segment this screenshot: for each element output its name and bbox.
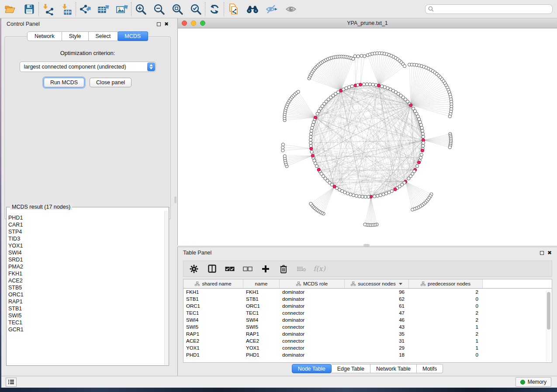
zoom-out-icon[interactable] xyxy=(152,3,166,16)
tab-network-table[interactable]: Network Table xyxy=(370,364,417,373)
memory-button[interactable]: Memory xyxy=(515,377,551,387)
mcds-result-item[interactable]: YOX1 xyxy=(8,242,163,249)
mcds-node[interactable] xyxy=(377,84,380,87)
tab-mcds[interactable]: MCDS xyxy=(118,31,148,41)
network-node[interactable] xyxy=(309,132,312,135)
mcds-result-item[interactable]: STP4 xyxy=(8,228,163,235)
mcds-node[interactable] xyxy=(317,168,320,171)
network-node[interactable] xyxy=(421,132,424,135)
table-cell[interactable]: PHD1 xyxy=(183,352,243,358)
table-cell[interactable]: YOX1 xyxy=(243,345,280,351)
mcds-result-item[interactable]: SRD1 xyxy=(8,256,163,263)
import-table-icon[interactable] xyxy=(60,3,73,16)
save-session-icon[interactable] xyxy=(23,3,36,16)
run-mcds-button[interactable]: Run MCDS xyxy=(44,78,84,87)
mcds-result-item[interactable]: STB1 xyxy=(8,305,163,312)
network-node[interactable] xyxy=(349,193,352,196)
float-table-panel-icon[interactable] xyxy=(540,251,544,255)
add-column-icon[interactable] xyxy=(260,264,271,274)
tab-style[interactable]: Style xyxy=(62,31,89,41)
mcds-node[interactable] xyxy=(417,161,420,164)
export-table-icon[interactable] xyxy=(97,3,110,16)
network-node[interactable] xyxy=(403,65,406,68)
vertical-splitter[interactable] xyxy=(174,18,177,376)
network-window-titlebar[interactable]: YPA_prune.txt_1 xyxy=(178,18,557,28)
table-row[interactable]: TEC1TEC1connector472 xyxy=(183,309,552,316)
close-table-panel-icon[interactable]: ✖ xyxy=(547,250,552,255)
zoom-selected-icon[interactable] xyxy=(189,3,202,16)
show-panels-button[interactable] xyxy=(6,378,17,387)
tab-network[interactable]: Network xyxy=(27,31,62,41)
table-cell[interactable]: 18 xyxy=(345,352,409,358)
table-cell[interactable]: 2 xyxy=(409,317,483,323)
network-node[interactable] xyxy=(363,223,367,226)
network-node[interactable] xyxy=(297,90,300,93)
network-node[interactable] xyxy=(420,126,423,129)
hide-selected-icon[interactable] xyxy=(265,3,278,16)
mcds-node[interactable] xyxy=(311,154,314,157)
table-row[interactable]: FKH1FKH1dominator962 xyxy=(183,289,552,296)
table-row[interactable]: ORC1ORC1dominator610 xyxy=(183,303,552,309)
tab-node-table[interactable]: Node Table xyxy=(292,364,332,373)
network-node[interactable] xyxy=(356,55,360,58)
network-node[interactable] xyxy=(376,194,379,197)
search-input[interactable] xyxy=(436,6,550,13)
table-cell[interactable]: dominator xyxy=(280,303,345,309)
mcds-result-item[interactable]: CAR1 xyxy=(8,221,163,228)
network-node[interactable] xyxy=(448,115,451,118)
table-cell[interactable]: dominator xyxy=(280,289,345,295)
mcds-result-item[interactable]: SWI5 xyxy=(8,312,163,319)
column-header-name[interactable]: name xyxy=(243,279,280,288)
network-node[interactable] xyxy=(281,143,284,146)
table-cell[interactable]: 29 xyxy=(345,345,409,351)
show-all-icon[interactable] xyxy=(284,3,298,16)
table-cell[interactable]: dominator xyxy=(280,331,345,337)
table-cell[interactable]: connector xyxy=(280,310,345,316)
mcds-result-item[interactable]: TEC1 xyxy=(8,319,163,326)
table-cell[interactable]: 46 xyxy=(345,317,409,323)
network-node[interactable] xyxy=(358,195,361,198)
table-cell[interactable]: dominator xyxy=(280,317,345,323)
network-node[interactable] xyxy=(421,129,424,132)
table-cell[interactable]: 0 xyxy=(409,303,483,309)
table-cell[interactable]: ACE2 xyxy=(243,338,280,344)
table-cell[interactable]: YOX1 xyxy=(183,345,243,351)
table-cell[interactable]: 62 xyxy=(345,296,409,302)
table-cell[interactable]: ORC1 xyxy=(243,303,280,309)
tab-edge-table[interactable]: Edge Table xyxy=(332,364,370,373)
network-node[interactable] xyxy=(365,83,368,86)
table-cell[interactable]: RAP1 xyxy=(183,331,243,337)
table-cell[interactable]: dominator xyxy=(280,352,345,358)
table-cell[interactable]: 1 xyxy=(409,338,483,344)
table-row[interactable]: SWI4SWI4dominator462 xyxy=(183,316,552,323)
network-node[interactable] xyxy=(448,146,451,149)
mcds-result-item[interactable]: GCR1 xyxy=(8,326,163,333)
table-cell[interactable]: STB1 xyxy=(243,296,280,302)
table-row[interactable]: ACE2ACE2connector311 xyxy=(183,337,552,344)
table-cell[interactable]: 61 xyxy=(345,303,409,309)
table-cell[interactable]: connector xyxy=(280,345,345,351)
horizontal-splitter-grip[interactable] xyxy=(363,244,370,247)
table-row[interactable]: SWI5SWI5connector431 xyxy=(183,323,552,330)
mcds-result-item[interactable]: ORC1 xyxy=(8,291,163,298)
split-columns-icon[interactable] xyxy=(207,264,217,274)
select-all-checkboxes-icon[interactable] xyxy=(225,264,235,274)
table-cell[interactable]: 31 xyxy=(345,338,409,344)
network-node[interactable] xyxy=(362,83,365,86)
table-cell[interactable]: 2 xyxy=(409,289,483,295)
table-cell[interactable]: PHD1 xyxy=(243,352,280,358)
import-network-icon[interactable] xyxy=(42,3,55,16)
close-panel-button[interactable]: Close panel xyxy=(90,78,131,87)
network-node[interactable] xyxy=(360,54,363,57)
network-node[interactable] xyxy=(419,124,422,127)
network-node[interactable] xyxy=(422,141,425,144)
gear-icon[interactable] xyxy=(189,264,199,274)
network-node[interactable] xyxy=(363,55,366,58)
network-node[interactable] xyxy=(382,193,385,196)
network-node[interactable] xyxy=(309,138,312,141)
mcds-result-item[interactable]: PMA2 xyxy=(8,263,163,270)
table-cell[interactable]: 0 xyxy=(409,296,483,302)
network-node[interactable] xyxy=(310,150,313,153)
table-cell[interactable]: 2 xyxy=(409,310,483,316)
network-node[interactable] xyxy=(355,194,358,197)
